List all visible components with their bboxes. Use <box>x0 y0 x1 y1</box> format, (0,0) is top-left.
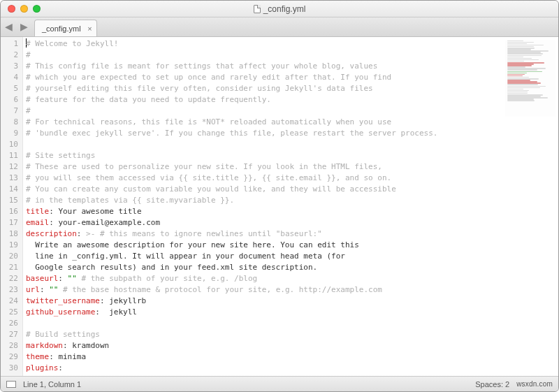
code-line[interactable]: # Site settings <box>26 150 556 161</box>
code-line[interactable]: theme: minima <box>26 351 556 363</box>
code-line[interactable]: - jekyll-feed <box>26 374 556 376</box>
tab-config[interactable]: _config.yml × <box>34 20 97 36</box>
code-line[interactable]: line in _config.yml. It will appear in y… <box>26 251 556 262</box>
minimap-line <box>507 87 540 89</box>
line-number: 2 <box>2 50 18 61</box>
line-number: 3 <box>2 61 18 72</box>
code-line[interactable]: # you will see them accessed via {{ site… <box>26 173 556 184</box>
line-number: 23 <box>2 284 18 296</box>
code-content[interactable]: # Welcome to Jekyll!## This config file … <box>23 37 558 376</box>
minimap-line <box>507 53 543 55</box>
close-tab-icon[interactable]: × <box>87 24 92 33</box>
minimap-line <box>507 71 542 73</box>
line-number-gutter: 1234567891011121314151617181920212223242… <box>1 37 23 376</box>
line-number: 25 <box>2 307 18 318</box>
code-line[interactable]: description: >- # this means to ignore n… <box>26 228 556 240</box>
code-line[interactable]: Google search results) and in your feed.… <box>26 262 556 273</box>
nav-forward-button[interactable]: ▶ <box>16 17 31 36</box>
code-line[interactable]: Write an awesome description for your ne… <box>26 240 556 251</box>
line-number: 4 <box>2 72 18 83</box>
window-title-text: _config.yml <box>263 4 306 14</box>
status-bar: Line 1, Column 1 Spaces: 2 wsxdn.com <box>1 376 558 391</box>
line-number: 13 <box>2 173 18 184</box>
line-number: 16 <box>2 206 18 217</box>
window-titlebar: _config.yml <box>1 1 558 17</box>
code-line[interactable] <box>26 318 556 329</box>
tab-label: _config.yml <box>42 24 81 33</box>
minimap-line <box>507 89 523 90</box>
minimap-line <box>507 84 538 85</box>
line-number: 31 <box>2 374 18 376</box>
tab-bar: ◀ ▶ _config.yml × <box>1 17 558 37</box>
line-number: 8 <box>2 117 18 128</box>
minimap[interactable] <box>505 40 556 117</box>
line-number: 5 <box>2 83 18 94</box>
line-number: 28 <box>2 340 18 351</box>
line-number: 19 <box>2 240 18 251</box>
code-line[interactable]: baseurl: "" # the subpath of your site, … <box>26 273 556 284</box>
line-number: 29 <box>2 351 18 363</box>
line-number: 24 <box>2 296 18 307</box>
minimap-line <box>507 73 527 74</box>
minimap-line <box>507 55 542 57</box>
watermark: wsxdn.com <box>516 380 553 388</box>
code-line[interactable]: # For technical reasons, this file is *N… <box>26 117 556 128</box>
line-number: 14 <box>2 184 18 195</box>
code-line[interactable]: github_username: jekyll <box>26 307 556 318</box>
panel-toggle-icon[interactable] <box>6 381 16 388</box>
minimap-line <box>507 42 534 43</box>
line-number: 17 <box>2 217 18 228</box>
line-number: 6 <box>2 94 18 106</box>
code-line[interactable]: # <box>26 50 556 61</box>
minimap-line <box>507 41 523 42</box>
code-line[interactable] <box>26 139 556 150</box>
line-number: 18 <box>2 228 18 240</box>
nav-back-button[interactable]: ◀ <box>1 17 16 36</box>
code-line[interactable]: title: Your awesome title <box>26 206 556 217</box>
code-line[interactable]: # These are used to personalize your new… <box>26 161 556 173</box>
code-line[interactable]: # You can create any custom variable you… <box>26 184 556 195</box>
document-icon <box>254 5 261 13</box>
code-line[interactable]: # in the templates via {{ site.myvariabl… <box>26 195 556 206</box>
minimap-line <box>507 100 535 101</box>
line-number: 1 <box>2 38 18 50</box>
close-window-button[interactable] <box>8 5 15 13</box>
code-line[interactable]: markdown: kramdown <box>26 340 556 351</box>
code-line[interactable]: # yourself editing this file very often,… <box>26 83 556 94</box>
line-number: 7 <box>2 106 18 117</box>
minimap-line <box>507 57 523 58</box>
code-line[interactable]: # Build settings <box>26 329 556 340</box>
code-line[interactable]: twitter_username: jekyllrb <box>26 296 556 307</box>
minimap-line <box>507 69 537 71</box>
minimize-window-button[interactable] <box>20 5 28 13</box>
line-number: 20 <box>2 251 18 262</box>
line-number: 11 <box>2 150 18 161</box>
code-line[interactable]: # Welcome to Jekyll! <box>26 38 556 50</box>
window-title: _config.yml <box>1 4 558 14</box>
cursor-position[interactable]: Line 1, Column 1 <box>23 380 81 389</box>
minimap-line <box>507 86 546 87</box>
editor-area[interactable]: 1234567891011121314151617181920212223242… <box>1 37 558 376</box>
code-line[interactable]: # 'bundle exec jekyll serve'. If you cha… <box>26 128 556 139</box>
line-number: 27 <box>2 329 18 340</box>
code-line[interactable]: # This config file is meant for settings… <box>26 61 556 72</box>
line-number: 30 <box>2 363 18 374</box>
line-number: 10 <box>2 139 18 150</box>
maximize-window-button[interactable] <box>33 5 41 13</box>
code-line[interactable]: # feature for the data you need to updat… <box>26 94 556 106</box>
code-line[interactable]: # which you are expected to set up once … <box>26 72 556 83</box>
traffic-lights <box>8 5 41 13</box>
line-number: 22 <box>2 273 18 284</box>
code-line[interactable]: url: "" # the base hostname & protocol f… <box>26 284 556 296</box>
code-line[interactable]: plugins: <box>26 363 556 374</box>
line-number: 26 <box>2 318 18 329</box>
line-number: 21 <box>2 262 18 273</box>
indent-setting[interactable]: Spaces: 2 <box>475 380 509 389</box>
code-line[interactable]: email: your-email@example.com <box>26 217 556 228</box>
line-number: 15 <box>2 195 18 206</box>
minimap-line <box>507 58 532 59</box>
code-line[interactable]: # <box>26 106 556 117</box>
line-number: 9 <box>2 128 18 139</box>
line-number: 12 <box>2 161 18 173</box>
